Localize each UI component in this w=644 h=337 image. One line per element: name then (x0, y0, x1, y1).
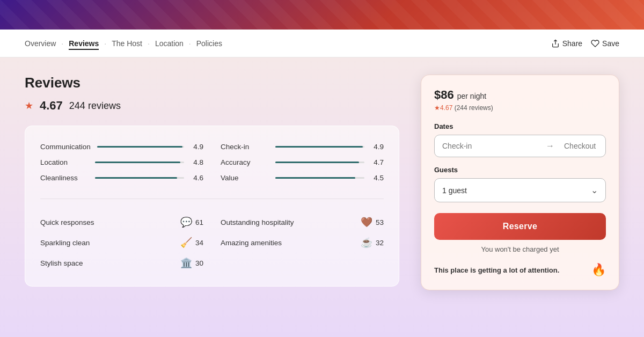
coffee-icon: ☕ (361, 237, 372, 248)
highlight-amazing-amenities: Amazing amenities ☕ 32 (221, 232, 384, 253)
rating-row-value: Value 4.5 (221, 170, 384, 186)
highlight-count-amazing-amenities: 32 (376, 239, 384, 247)
card-star-icon: ★4.67 (434, 104, 452, 112)
rating-label-location: Location (40, 158, 89, 166)
guests-field[interactable]: 1 guest ⌄ (434, 178, 606, 202)
dates-label: Dates (434, 122, 606, 130)
price-unit: per night (457, 92, 486, 100)
rating-value-location: 4.8 (191, 158, 203, 166)
save-button[interactable]: Save (591, 39, 619, 48)
rating-row-accuracy: Accuracy 4.7 (221, 155, 384, 170)
fire-icon: 🔥 (591, 263, 606, 277)
rating-fill-cleanliness (95, 177, 177, 179)
rating-value-communication: 4.9 (191, 143, 203, 151)
highlight-label-quick-responses: Quick responses (40, 218, 94, 226)
heart-icon (591, 39, 599, 48)
rating-fill-value (275, 177, 355, 179)
nav-sep-3: · (148, 39, 150, 48)
nav-link-the-host[interactable]: The Host (112, 37, 142, 50)
reserve-button[interactable]: Reserve (434, 213, 606, 240)
heart-icon: 🤎 (361, 216, 372, 228)
nav-link-overview[interactable]: Overview (25, 37, 56, 50)
rating-label-value: Value (221, 174, 269, 182)
card-rating: ★4.67 (244 reviews) (434, 104, 606, 112)
highlight-count-quick-responses: 61 (195, 218, 203, 226)
highlight-count-stylish-space: 30 (195, 259, 203, 267)
check-in-input[interactable] (435, 135, 544, 157)
price-line: $86 per night (434, 88, 606, 102)
top-banner (0, 0, 644, 30)
nav-sep-2: · (104, 39, 106, 48)
rating-bar-checkin (275, 146, 364, 148)
rating-value-value: 4.5 (371, 174, 384, 182)
speech-bubble-icon: 💬 (180, 216, 192, 228)
card-review-count: (244 reviews) (455, 104, 493, 112)
highlights-left-col: Quick responses 💬 61 Sparkling clean 🧹 3… (40, 212, 203, 273)
review-count: 244 reviews (69, 100, 121, 112)
highlight-quick-responses: Quick responses 💬 61 (40, 212, 203, 232)
navbar: Overview · Reviews · The Host · Location… (0, 30, 644, 57)
highlight-right-stylish-space: 🏛️ 30 (180, 257, 203, 269)
rating-bar-accuracy (275, 162, 364, 163)
rating-fill-checkin (275, 146, 363, 148)
highlight-label-stylish-space: Stylish space (40, 259, 83, 267)
checkout-input[interactable] (557, 135, 606, 157)
highlight-right-outstanding-hospitality: 🤎 53 (361, 216, 384, 228)
highlight-right-sparkling-clean: 🧹 34 (180, 237, 203, 248)
highlight-count-sparkling-clean: 34 (195, 239, 203, 247)
rating-fill-accuracy (275, 162, 359, 163)
rating-label-cleanliness: Cleanliness (40, 174, 89, 182)
rating-value-checkin: 4.9 (371, 143, 384, 151)
share-button[interactable]: Share (551, 39, 582, 48)
left-panel: Reviews ★ 4.67 244 reviews Communication… (25, 75, 399, 320)
building-icon: 🏛️ (180, 257, 192, 269)
nav-link-policies[interactable]: Policies (196, 37, 222, 50)
rating-row-communication: Communication 4.9 (40, 139, 203, 155)
highlight-stylish-space: Stylish space 🏛️ 30 (40, 253, 203, 273)
ratings-left-col: Communication 4.9 Location 4.8 (40, 139, 203, 186)
attention-text: This place is getting a lot of attention… (434, 266, 559, 274)
page-title: Reviews (25, 75, 399, 91)
highlight-label-amazing-amenities: Amazing amenities (221, 239, 282, 247)
rating-value-cleanliness: 4.6 (191, 174, 203, 182)
dates-field[interactable]: → (434, 135, 606, 157)
rating-row-checkin: Check-in 4.9 (221, 139, 384, 155)
rating-bar-communication (97, 146, 184, 148)
ratings-grid: Communication 4.9 Location 4.8 (40, 139, 384, 199)
nav-sep-1: · (61, 39, 63, 48)
rating-row-location: Location 4.8 (40, 155, 203, 170)
highlights-right-col: Outstanding hospitality 🤎 53 Amazing ame… (221, 212, 384, 273)
rating-summary: ★ 4.67 244 reviews (25, 99, 399, 113)
rating-score: 4.67 (40, 99, 63, 113)
highlight-right-amazing-amenities: ☕ 32 (361, 237, 384, 248)
no-charge-text: You won't be charged yet (434, 245, 606, 253)
chevron-down-icon: ⌄ (591, 185, 598, 195)
rating-fill-communication (97, 146, 182, 148)
nav-links: Overview · Reviews · The Host · Location… (25, 37, 222, 50)
rating-label-accuracy: Accuracy (221, 158, 269, 166)
share-icon (551, 39, 560, 48)
broom-icon: 🧹 (180, 237, 192, 248)
nav-sep-4: · (189, 39, 191, 48)
rating-row-cleanliness: Cleanliness 4.6 (40, 170, 203, 186)
rating-label-checkin: Check-in (221, 143, 269, 151)
ratings-right-col: Check-in 4.9 Accuracy 4.7 (221, 139, 384, 186)
highlight-outstanding-hospitality: Outstanding hospitality 🤎 53 (221, 212, 384, 232)
rating-bar-value (275, 177, 364, 179)
rating-bar-location (95, 162, 184, 163)
arrow-icon: → (544, 141, 557, 151)
highlight-count-outstanding-hospitality: 53 (376, 218, 384, 226)
nav-link-reviews[interactable]: Reviews (69, 37, 99, 50)
attention-row: This place is getting a lot of attention… (434, 263, 606, 277)
ratings-box: Communication 4.9 Location 4.8 (25, 126, 399, 287)
right-panel: $86 per night ★4.67 (244 reviews) Dates … (421, 75, 619, 320)
main-content: Reviews ★ 4.67 244 reviews Communication… (0, 57, 644, 337)
rating-value-accuracy: 4.7 (371, 158, 384, 166)
rating-fill-location (95, 162, 180, 163)
booking-card: $86 per night ★4.67 (244 reviews) Dates … (421, 75, 619, 290)
highlight-label-sparkling-clean: Sparkling clean (40, 239, 90, 247)
guests-value: 1 guest (442, 186, 467, 195)
highlight-sparkling-clean: Sparkling clean 🧹 34 (40, 232, 203, 253)
guests-label: Guests (434, 166, 606, 174)
nav-link-location[interactable]: Location (155, 37, 184, 50)
